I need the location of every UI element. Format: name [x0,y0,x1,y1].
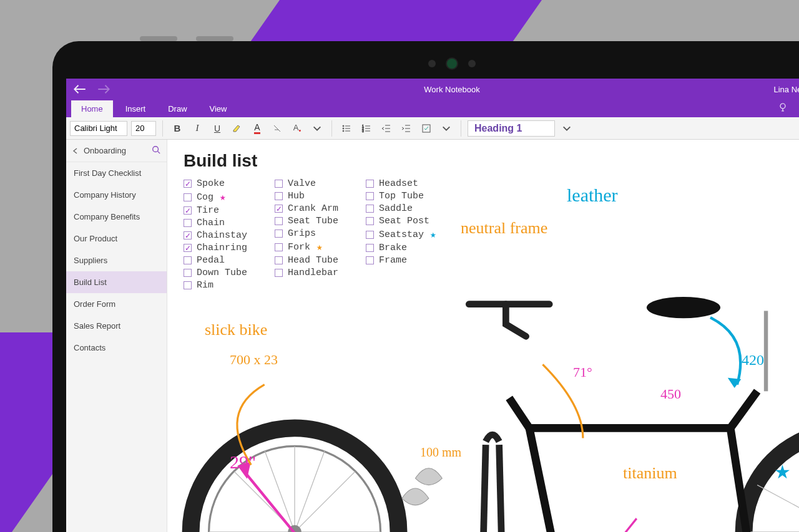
device-power-button [140,36,177,41]
ribbon-tab-draw[interactable]: Draw [158,100,197,117]
sidebar-page-item[interactable]: First Day Checklist [66,162,167,184]
checkbox-icon[interactable] [184,219,192,227]
checkbox-icon[interactable] [184,256,192,264]
checklist-label: Spoke [197,178,225,189]
page-title[interactable]: Build list [184,151,257,171]
sidebar-page-item[interactable]: Company History [66,184,167,206]
checkbox-icon[interactable] [366,256,374,264]
checkbox-icon[interactable] [366,180,374,188]
checkbox-icon[interactable] [366,192,374,200]
font-size-input[interactable] [131,121,156,136]
underline-button[interactable]: U [209,120,225,137]
sidebar-page-item[interactable]: Company Benefits [66,206,167,228]
chevron-left-icon [72,148,79,154]
indent-button[interactable] [398,120,414,137]
checkbox-icon[interactable] [275,256,283,264]
svg-point-8 [153,147,159,152]
user-name[interactable]: Lina Newman [774,85,800,94]
checklist-label: Seatstay [379,230,424,240]
sidebar-page-item[interactable]: Our Product [66,228,167,249]
section-name: Onboarding [84,146,126,155]
clear-formatting-button[interactable] [269,120,285,137]
svg-point-0 [780,104,785,109]
checklist-item[interactable]: Valve [275,178,338,189]
checkbox-icon[interactable] [275,192,283,200]
tags-dropdown[interactable] [438,120,454,137]
checklist-item[interactable]: Chainstay [184,230,247,241]
checklist-item[interactable]: Seat Post [366,216,436,226]
search-icon[interactable] [152,145,160,156]
checklist-label: Top Tube [379,191,424,201]
checkbox-icon[interactable] [275,230,283,238]
outdent-button[interactable] [378,120,395,137]
checklist-item[interactable]: Frame [366,255,436,266]
note-canvas[interactable]: Build list SpokeCog★TireChainChainstayCh… [167,140,799,532]
sidebar-page-item[interactable]: Contacts [66,337,167,359]
checkbox-icon[interactable] [184,231,192,239]
checklist-item[interactable]: Headset [366,178,436,189]
star-icon: ★ [430,228,436,241]
heading-style-selector[interactable]: Heading 1 [468,120,555,137]
svg-marker-40 [728,378,741,388]
svg-line-24 [245,472,348,532]
checkbox-icon[interactable] [184,193,192,201]
highlight-button[interactable] [229,120,245,137]
checklist-item[interactable]: Fork★ [275,241,338,253]
more-format-dropdown[interactable] [309,120,325,137]
checklist-item[interactable]: Brake [366,243,436,253]
checkbox-icon[interactable] [275,243,283,251]
checklist-item[interactable]: Seat Tube [275,216,338,226]
checkbox-icon[interactable] [184,206,192,215]
checkbox-icon[interactable] [275,180,283,188]
checklist-item[interactable]: Chain [184,218,247,228]
checklist-item[interactable]: Spoke [184,178,247,189]
notebook-title[interactable]: Work Notebook [424,85,479,94]
font-family-input[interactable] [70,121,127,136]
svg-marker-25 [240,463,249,475]
bold-button[interactable]: B [169,120,185,137]
checkbox-icon[interactable] [366,217,374,225]
checklist-item[interactable]: Saddle [366,203,436,214]
checklist-item[interactable]: Hub [275,191,338,201]
checklist-item[interactable]: Pedal [184,255,247,266]
checkbox-icon[interactable] [275,205,283,213]
section-header[interactable]: Onboarding [66,140,167,162]
back-button[interactable] [74,83,86,95]
sidebar-page-item[interactable]: Order Form [66,293,167,315]
checklist-item[interactable]: Cog★ [184,191,247,203]
svg-point-2 [343,128,344,129]
checklist-item[interactable]: Seatstay★ [366,228,436,241]
sidebar-page-item[interactable]: Build List [66,271,167,293]
sidebar-page-item[interactable]: Suppliers [66,249,167,271]
checklist-label: Chainring [197,243,247,253]
number-list-button[interactable]: 123 [358,120,375,137]
svg-point-34 [647,297,720,318]
page-list-sidebar: Onboarding First Day ChecklistCompany Hi… [66,140,167,532]
checkbox-icon[interactable] [366,205,374,213]
style-dropdown[interactable] [559,120,575,137]
checklist-item[interactable]: Top Tube [366,191,436,201]
todo-tag-button[interactable] [418,120,434,137]
checklist-item[interactable]: Crank Arm [275,203,338,214]
format-painter-button[interactable]: A• [289,120,305,137]
ribbon-tab-insert[interactable]: Insert [115,100,156,117]
checkbox-icon[interactable] [275,217,283,225]
italic-button[interactable]: I [189,120,205,137]
checkbox-icon[interactable] [366,244,374,252]
ribbon-tab-home[interactable]: Home [71,100,113,117]
font-color-button[interactable]: A [249,120,265,137]
checkbox-icon[interactable] [184,244,192,252]
ribbon-tab-view[interactable]: View [200,100,237,117]
tell-me-icon[interactable] [778,102,788,115]
forward-button[interactable] [97,83,110,95]
sidebar-page-item[interactable]: Sales Report [66,315,167,337]
checklist-item[interactable]: Grips [275,228,338,239]
ribbon-tab-strip: Home Insert Draw View [66,100,799,117]
checkbox-icon[interactable] [366,231,374,239]
svg-line-19 [265,450,295,532]
checkbox-icon[interactable] [184,180,192,188]
checklist-item[interactable]: Tire [184,205,247,216]
bullet-list-button[interactable] [338,120,355,137]
checklist-item[interactable]: Head Tube [275,255,338,266]
checklist-item[interactable]: Chainring [184,243,247,253]
